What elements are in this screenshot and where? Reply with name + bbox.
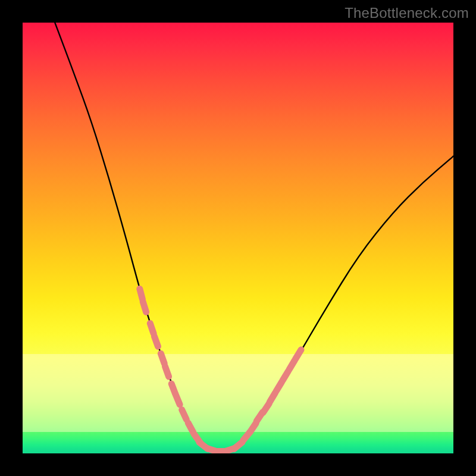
pale-horizontal-band bbox=[23, 354, 453, 431]
chart-frame: TheBottleneck.com bbox=[0, 0, 476, 476]
plot-area bbox=[23, 23, 453, 453]
watermark-text: TheBottleneck.com bbox=[345, 5, 469, 21]
